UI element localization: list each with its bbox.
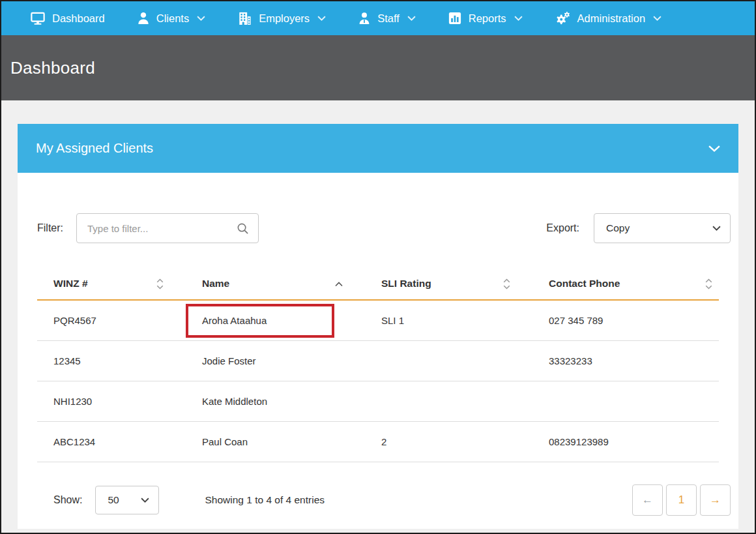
cell-sli-rating: 2: [365, 422, 532, 462]
chevron-down-icon: [317, 16, 326, 22]
filter-label: Filter:: [37, 222, 63, 234]
sort-icon[interactable]: [156, 278, 164, 289]
nav-item-administration[interactable]: Administration: [555, 11, 662, 25]
next-page-button[interactable]: →: [700, 484, 731, 516]
gears-icon: [555, 11, 570, 25]
search-icon: [237, 222, 249, 235]
cell-contact-phone: 08239123989: [532, 422, 719, 462]
export-group: Export: Copy: [546, 213, 731, 243]
nav-item-dashboard[interactable]: Dashboard: [31, 12, 105, 25]
chevron-down-icon: [141, 497, 149, 503]
cell-name: Paul Coan: [186, 422, 365, 462]
page-header: Dashboard: [1, 35, 755, 100]
staff-person-icon: [358, 12, 370, 25]
column-label: WINZ #: [53, 278, 88, 289]
page-size-value: 50: [108, 494, 119, 506]
top-navigation: Dashboard Clients: [1, 1, 755, 35]
export-label: Export:: [546, 222, 579, 234]
panel-title: My Assigned Clients: [36, 141, 153, 156]
export-selected-value: Copy: [606, 222, 630, 234]
table-header-row: WINZ # Name SLI Rating: [37, 268, 719, 301]
cell-winz: PQR4567: [37, 301, 186, 340]
export-select[interactable]: Copy: [594, 213, 731, 243]
filter-input-wrapper: [76, 213, 259, 243]
table-row[interactable]: ABC1234 Paul Coan 2 08239123989: [37, 422, 719, 462]
panel-header[interactable]: My Assigned Clients: [18, 124, 738, 173]
chevron-down-icon: [653, 16, 662, 22]
nav-item-clients[interactable]: Clients: [138, 12, 205, 25]
page-size-select[interactable]: 50: [95, 486, 159, 514]
filter-input[interactable]: [77, 214, 237, 243]
previous-page-button[interactable]: ←: [632, 484, 663, 516]
column-header-name[interactable]: Name: [186, 278, 365, 289]
cell-contact-phone: 33323233: [532, 341, 719, 381]
nav-item-employers[interactable]: Employers: [238, 12, 326, 25]
column-header-winz[interactable]: WINZ #: [37, 278, 186, 289]
nav-label: Administration: [577, 12, 646, 25]
collapse-chevron-icon[interactable]: [708, 145, 720, 153]
column-label: Name: [202, 278, 229, 289]
nav-item-reports[interactable]: Reports: [448, 12, 523, 25]
table-footer: Show: 50 Showing 1 to 4 of 4 entries ← 1…: [37, 484, 731, 516]
cell-name: Aroha Ataahua: [186, 301, 365, 340]
sort-asc-icon[interactable]: [335, 281, 343, 287]
sort-icon[interactable]: [503, 278, 510, 289]
cell-sli-rating: [365, 341, 532, 381]
chevron-down-icon: [407, 16, 416, 22]
cell-name: Jodie Foster: [186, 341, 365, 381]
monitor-icon: [31, 12, 45, 25]
client-name: Aroha Ataahua: [202, 315, 267, 326]
cell-contact-phone: [532, 381, 719, 421]
nav-label: Employers: [259, 12, 310, 25]
cell-contact-phone: 027 345 789: [532, 301, 719, 340]
cell-winz: 12345: [37, 341, 186, 381]
pagination: ← 1 →: [632, 484, 731, 516]
cell-sli-rating: [365, 381, 532, 421]
bar-chart-icon: [448, 12, 461, 25]
nav-label: Reports: [469, 12, 506, 25]
nav-label: Clients: [156, 12, 189, 25]
cell-sli-rating: SLI 1: [365, 301, 532, 340]
page-title: Dashboard: [10, 58, 95, 78]
assigned-clients-table: WINZ # Name SLI Rating: [37, 268, 719, 462]
column-label: Contact Phone: [549, 278, 620, 289]
table-controls: Filter: Export: Copy: [37, 213, 731, 243]
cell-winz: NHI1230: [37, 381, 186, 421]
table-row[interactable]: 12345 Jodie Foster 33323233: [37, 341, 719, 381]
assigned-clients-panel: My Assigned Clients Filter: Export: Copy: [18, 124, 738, 529]
current-page-button[interactable]: 1: [666, 484, 697, 516]
building-icon: [238, 12, 252, 25]
column-header-sli-rating[interactable]: SLI Rating: [365, 278, 532, 289]
table-row[interactable]: NHI1230 Kate Middleton: [37, 381, 719, 422]
chevron-down-icon: [712, 226, 721, 231]
app-window: Dashboard Clients: [0, 0, 756, 534]
chevron-down-icon: [514, 16, 523, 22]
entries-summary: Showing 1 to 4 of 4 entries: [205, 494, 325, 506]
nav-label: Dashboard: [52, 12, 105, 25]
person-icon: [138, 12, 149, 25]
column-header-contact-phone[interactable]: Contact Phone: [532, 278, 719, 289]
nav-item-staff[interactable]: Staff: [358, 12, 416, 25]
table-row[interactable]: PQR4567 Aroha Ataahua SLI 1 027 345 789: [37, 301, 719, 341]
column-label: SLI Rating: [381, 278, 431, 289]
sort-icon[interactable]: [705, 278, 712, 289]
cell-name: Kate Middleton: [186, 381, 365, 421]
show-label: Show:: [53, 494, 82, 506]
nav-label: Staff: [377, 12, 400, 25]
cell-winz: ABC1234: [37, 422, 186, 462]
chevron-down-icon: [197, 16, 205, 22]
